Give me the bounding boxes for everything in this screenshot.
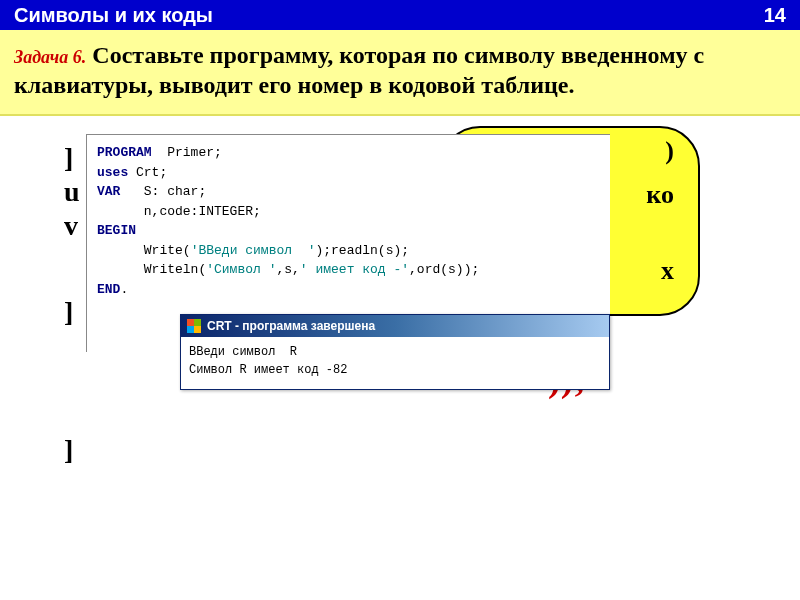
code-text: Crt; [128,165,167,180]
code-text: Write( [97,243,191,258]
underlying-text-fragment: u [64,176,80,208]
code-text: Primer; [152,145,222,160]
code-text: );readln(s); [315,243,409,258]
task-label: Задача 6. [14,47,86,67]
console-output: ВВеди символ R Символ R имеет код -82 [181,337,609,389]
kw-uses: uses [97,165,128,180]
underlying-text-fragment: ] [64,142,73,174]
code-text: S: char; [120,184,206,199]
kw-program: PROGRAM [97,145,152,160]
svg-rect-2 [187,326,194,333]
slide-page-number: 14 [764,4,786,27]
code-text: . [120,282,128,297]
app-icon [187,319,201,333]
underlying-text-fragment: v [64,210,78,242]
underlying-text-fragment: ] [64,296,73,328]
bubble-fragment: ) [665,136,674,166]
slide-content: ) ко х ] u v ] ] )); PROGRAM Primer; use… [0,116,800,556]
bubble-fragment: х [661,256,674,286]
svg-rect-3 [194,326,201,333]
kw-var: VAR [97,184,120,199]
code-text: Writeln( [97,262,206,277]
code-string: ' имеет код -' [300,262,409,277]
console-title-text: CRT - программа завершена [207,319,375,333]
code-text: n,code:INTEGER; [97,204,261,219]
task-text: Составьте программу, которая по символу … [14,42,704,98]
code-text: ,ord(s)); [409,262,479,277]
console-titlebar[interactable]: CRT - программа завершена [181,315,609,337]
code-string: 'Символ ' [206,262,276,277]
slide-header: Символы и их коды 14 [0,0,800,30]
underlying-text-fragment: ] [64,434,73,466]
console-line: Символ R имеет код -82 [189,363,347,377]
console-window: CRT - программа завершена ВВеди символ R… [180,314,610,390]
svg-rect-0 [187,319,194,326]
task-box: Задача 6. Составьте программу, которая п… [0,30,800,116]
slide-title: Символы и их коды [14,4,213,27]
kw-end: END [97,282,120,297]
kw-begin: BEGIN [97,223,136,238]
svg-rect-1 [194,319,201,326]
code-string: 'ВВеди символ ' [191,243,316,258]
code-text: ,s, [276,262,299,277]
console-line: ВВеди символ R [189,345,297,359]
bubble-fragment: ко [646,180,674,210]
